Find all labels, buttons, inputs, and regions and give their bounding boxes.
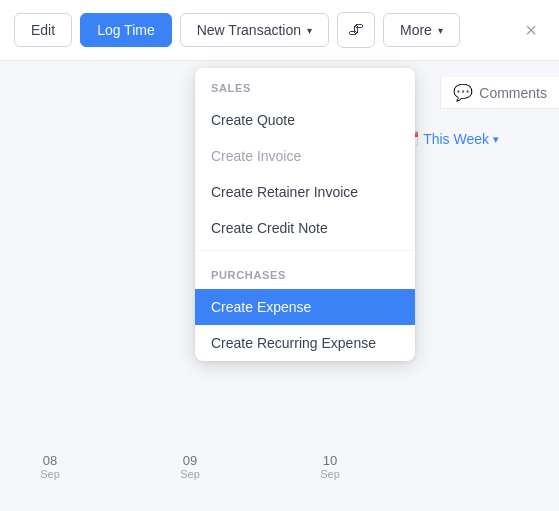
date-label-09: 09 Sep [150, 453, 230, 480]
this-week-button[interactable]: 📅 This Week ▾ [402, 131, 499, 147]
chevron-down-icon: ▾ [307, 25, 312, 36]
log-time-button[interactable]: Log Time [80, 13, 172, 47]
create-recurring-expense-item[interactable]: Create Recurring Expense [195, 325, 415, 361]
create-quote-item[interactable]: Create Quote [195, 102, 415, 138]
comments-bar: 💬 Comments [440, 77, 559, 109]
new-transaction-button[interactable]: New Transaction ▾ [180, 13, 329, 47]
create-retainer-invoice-item[interactable]: Create Retainer Invoice [195, 174, 415, 210]
create-invoice-label: Create Invoice [211, 148, 301, 164]
this-week-label: This Week [423, 131, 489, 147]
new-transaction-dropdown: SALES Create Quote Create Invoice Create… [195, 68, 415, 361]
date-day: 09 [183, 453, 197, 468]
comments-label: Comments [479, 85, 547, 101]
create-credit-note-item[interactable]: Create Credit Note [195, 210, 415, 246]
edit-button[interactable]: Edit [14, 13, 72, 47]
more-button[interactable]: More ▾ [383, 13, 460, 47]
new-transaction-label: New Transaction [197, 22, 301, 38]
date-month: Sep [320, 468, 340, 480]
create-quote-label: Create Quote [211, 112, 295, 128]
dropdown-divider [195, 250, 415, 251]
date-label-08: 08 Sep [10, 453, 90, 480]
more-label: More [400, 22, 432, 38]
date-labels: 08 Sep 09 Sep 10 Sep [0, 453, 559, 480]
create-recurring-expense-label: Create Recurring Expense [211, 335, 376, 351]
create-invoice-item: Create Invoice [195, 138, 415, 174]
date-label-10: 10 Sep [290, 453, 370, 480]
attachment-icon: 🖇 [348, 21, 364, 39]
chevron-down-icon: ▾ [438, 25, 443, 36]
chevron-down-icon: ▾ [493, 133, 499, 146]
date-month: Sep [40, 468, 60, 480]
create-expense-label: Create Expense [211, 299, 311, 315]
comment-icon: 💬 [453, 83, 473, 102]
date-month: Sep [180, 468, 200, 480]
date-day: 10 [323, 453, 337, 468]
toolbar: Edit Log Time New Transaction ▾ 🖇 More ▾… [0, 0, 559, 61]
sales-section-label: SALES [195, 68, 415, 102]
purchases-section-label: PURCHASES [195, 255, 415, 289]
create-expense-item[interactable]: Create Expense [195, 289, 415, 325]
date-day: 08 [43, 453, 57, 468]
create-credit-note-label: Create Credit Note [211, 220, 328, 236]
close-button[interactable]: × [517, 15, 545, 46]
attachment-button[interactable]: 🖇 [337, 12, 375, 48]
create-retainer-invoice-label: Create Retainer Invoice [211, 184, 358, 200]
